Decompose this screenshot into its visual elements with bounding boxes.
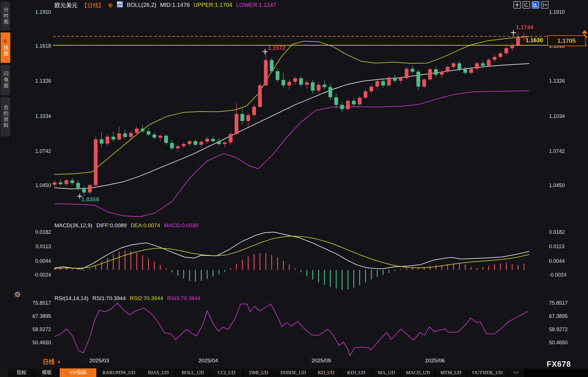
rsi2-value: RSI2:70.3944 xyxy=(130,295,163,302)
y-axis-tick-right: 1.1034 xyxy=(549,113,565,119)
rsi3-value: RSI3:70.3944 xyxy=(167,295,200,302)
candle-body xyxy=(53,182,57,185)
mini-chart-icon xyxy=(117,1,123,9)
candle-body xyxy=(100,139,104,143)
candle-body xyxy=(457,63,461,69)
x-axis-label: 2025/06 xyxy=(415,357,455,364)
candle-body xyxy=(76,183,80,188)
rsi-name: RSI(14,14,14) xyxy=(54,295,88,302)
indicator-settings-icon[interactable] xyxy=(13,290,22,298)
y-axis-tick-left: 58.9272 xyxy=(32,327,51,332)
candle-body xyxy=(182,144,186,146)
x-axis-label: 2025/05 xyxy=(301,357,341,364)
candle-body xyxy=(70,180,74,183)
y-axis-tick-left: 75.8517 xyxy=(32,300,51,306)
candle-body xyxy=(170,143,174,148)
candle-body xyxy=(405,69,408,78)
candle-body xyxy=(499,53,502,57)
y-axis-tick-right: 1.1910 xyxy=(549,9,565,15)
candle-body xyxy=(59,182,62,184)
period-selector-label: 日线 xyxy=(42,357,54,366)
candle-body xyxy=(123,133,127,137)
candle-body xyxy=(287,82,291,85)
chart-toolbar xyxy=(513,1,548,9)
y-axis-tick-right: 0.0044 xyxy=(549,258,565,264)
candle-body xyxy=(264,60,268,85)
alert-arrow-icon xyxy=(582,30,587,34)
candle-body xyxy=(387,77,391,85)
y-axis-tick-right: -0.0024 xyxy=(549,272,566,278)
tab-dmi-ud[interactable]: DMI_UD xyxy=(243,368,275,377)
tab-outside-ud[interactable]: OUTSIDE_UD xyxy=(467,368,509,377)
y-axis-tick-right: 75.8517 xyxy=(549,300,568,306)
y-axis-tick-right: 50.4650 xyxy=(549,340,568,345)
candle-body xyxy=(469,69,473,73)
tab-kdj-ud[interactable]: KDJ_UD xyxy=(341,368,372,377)
y-axis-tick-left: 1.1618 xyxy=(35,43,51,49)
tab-boll-ud[interactable]: BOLL_UD xyxy=(176,368,210,377)
candle-body xyxy=(147,131,150,135)
candle-body xyxy=(381,81,385,85)
candle-body xyxy=(481,63,485,66)
candle-body xyxy=(352,101,356,104)
candle-body xyxy=(65,180,68,184)
axis-scale-icon[interactable] xyxy=(523,1,530,9)
candle-body xyxy=(164,136,168,143)
tab-mtm-ud[interactable]: MTM_UD xyxy=(435,368,467,377)
y-axis-tick-right: 58.9272 xyxy=(549,327,568,332)
candle-body xyxy=(252,107,256,115)
tab-templates[interactable]: 模板 xyxy=(34,368,60,377)
add-indicator-icon[interactable]: ⊕ xyxy=(108,2,113,9)
candle-body xyxy=(211,139,215,141)
pan-move-icon[interactable] xyxy=(513,1,521,9)
tab-cci-ud[interactable]: CCI_UD xyxy=(210,368,243,377)
candle-body xyxy=(199,142,203,145)
tabbar-spacer xyxy=(0,368,9,377)
rsi1-value: RSI1:70.3944 xyxy=(92,295,126,302)
tab-inside-ud[interactable]: INSIDE_UD xyxy=(275,368,312,377)
playback-icon[interactable] xyxy=(532,1,539,9)
tab-kd-ud[interactable]: KD_UD xyxy=(312,368,341,377)
hline-price-label: 1.1630 xyxy=(525,37,543,44)
april-high-label: 1.1572 xyxy=(268,45,285,51)
candle-body xyxy=(464,69,467,73)
tab-vip-indicators[interactable]: VIP指标 xyxy=(60,368,97,377)
candle-body xyxy=(229,134,233,142)
candle-body xyxy=(305,82,309,85)
y-axis-tick-left: 1.1326 xyxy=(35,78,51,84)
candle-body xyxy=(375,81,379,87)
boll-upper-value: UPPER:1.1704 xyxy=(193,2,232,8)
candle-body xyxy=(153,135,156,138)
candle-body xyxy=(369,87,373,92)
boll-mid-value: MID:1.1476 xyxy=(160,2,190,8)
tab-macd-ud[interactable]: MACD_UD xyxy=(401,368,435,377)
candle-body xyxy=(434,69,438,75)
candle-body xyxy=(422,79,426,87)
macd-dea-value: DEA:0.0074 xyxy=(131,222,160,229)
tab-ma-ud[interactable]: MA_UD xyxy=(372,368,401,377)
candle-body xyxy=(510,45,514,48)
tab-bias-ud[interactable]: BIAS_UD xyxy=(141,368,176,377)
candle-body xyxy=(299,78,303,85)
candle-body xyxy=(452,63,455,67)
period-selector[interactable]: 日线 ▲ xyxy=(42,357,61,366)
rsi-header: RSI(14,14,14) RSI1:70.3944 RSI2:70.3944 … xyxy=(54,295,200,302)
candle-body xyxy=(493,57,497,60)
exit-chart-icon[interactable] xyxy=(541,1,548,9)
x-axis-label: 2025/03 xyxy=(79,357,119,364)
y-axis-tick-left: 1.1034 xyxy=(35,113,51,119)
tab-more[interactable]: >> xyxy=(509,368,524,377)
boll-mid-line xyxy=(54,64,529,189)
y-axis-tick-left: 0.0044 xyxy=(35,258,51,264)
tab-indicators[interactable]: 指标 xyxy=(9,368,34,377)
candle-body xyxy=(334,97,338,105)
candle-body xyxy=(393,77,397,81)
candle-body xyxy=(258,85,262,107)
candle-body xyxy=(364,91,367,98)
candle-body xyxy=(328,87,332,97)
y-axis-tick-right: 1.1326 xyxy=(549,78,565,84)
candle-body xyxy=(217,141,221,144)
boll-lower-value: LOWER:1.1247 xyxy=(236,2,276,8)
candle-body xyxy=(276,71,279,80)
tab-barupdn-ud[interactable]: BARUPDN_UD xyxy=(97,368,141,377)
